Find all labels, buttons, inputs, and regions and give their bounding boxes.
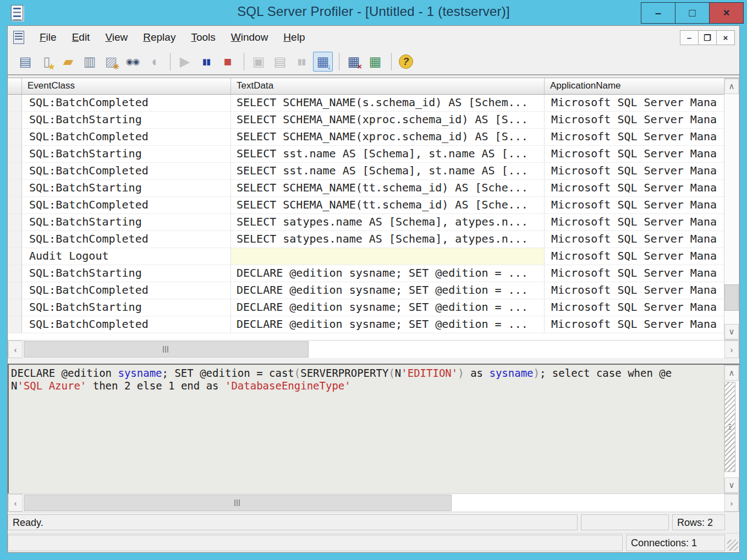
textdata-cell: SELECT satypes.name AS [Schema], atypes.… (231, 214, 545, 231)
properties-icon[interactable]: ▨✳ (101, 52, 121, 72)
row-selector-cell (8, 163, 22, 180)
table-row[interactable]: Audit LogoutMicrosoft SQL Server Mana (8, 248, 725, 265)
execute-one-step-icon[interactable]: ▣ (249, 52, 268, 72)
resize-grip[interactable] (727, 540, 738, 551)
scroll-left-icon: ‹ (14, 345, 17, 354)
new-trace-template-icon-badge: ★ (48, 63, 55, 70)
grid-hscroll-thumb[interactable] (24, 341, 309, 358)
rows-count: Rows: 2 (672, 514, 725, 530)
pane-splitter[interactable] (8, 358, 739, 364)
maximize-button[interactable]: □ (675, 2, 710, 24)
new-trace-icon[interactable]: ▤ (15, 52, 35, 72)
run-to-cursor-icon[interactable]: ▤ (270, 52, 290, 72)
applicationname-cell: Microsoft SQL Server Mana (545, 163, 725, 180)
textdata-cell: SELECT sst.name AS [Schema], st.name AS … (231, 146, 545, 163)
row-selector-cell (8, 265, 22, 282)
grid-vertical-scrollbar[interactable]: ∧ ∨ (724, 78, 739, 340)
menu-item-tools[interactable]: Tools (183, 28, 223, 47)
table-row[interactable]: SQL:BatchCompletedSELECT sst.name AS [Sc… (8, 163, 725, 180)
applicationname-cell: Microsoft SQL Server Mana (545, 231, 725, 248)
column-header-textdata[interactable]: TextData (231, 78, 545, 94)
scroll-down-button[interactable]: ∨ (724, 477, 739, 493)
auto-scroll-icon[interactable]: ▦↓ (313, 52, 333, 72)
toolbar-separator (391, 53, 392, 70)
table-row[interactable]: SQL:BatchCompletedSELECT satypes.name AS… (8, 231, 725, 248)
properties-icon-badge: ✳ (113, 63, 119, 70)
toggle-breakpoint-icon[interactable]: ▮▮ (292, 52, 311, 72)
row-selector-cell (8, 197, 22, 214)
sql-token: ( (388, 367, 394, 379)
connection-spacer-panel (8, 535, 623, 551)
applicationname-cell: Microsoft SQL Server Mana (545, 282, 725, 299)
sql-token: as (464, 367, 490, 379)
scroll-up-button[interactable]: ∧ (724, 365, 739, 381)
table-row[interactable]: SQL:BatchStartingSELECT satypes.name AS … (8, 214, 725, 231)
table-row[interactable]: SQL:BatchCompletedSELECT SCHEMA_NAME(xpr… (8, 129, 725, 146)
row-selector-cell (8, 129, 22, 146)
eventclass-cell: SQL:BatchStarting (22, 299, 231, 316)
menu-item-view[interactable]: View (97, 28, 135, 47)
grouped-view-icon[interactable]: ▦ (365, 52, 385, 72)
column-header-applicationname[interactable]: ApplicationName (545, 78, 725, 94)
scroll-up-icon: ∧ (729, 81, 735, 91)
detail-vscroll-thumb[interactable] (724, 382, 735, 472)
textdata-detail-pane[interactable]: DECLARE @edition sysname; SET @edition =… (8, 364, 739, 493)
menu-item-replay[interactable]: Replay (135, 28, 183, 47)
detail-horizontal-scrollbar[interactable]: ‹ › (8, 493, 739, 512)
scroll-left-button[interactable]: ‹ (8, 494, 23, 512)
trace-document-icon[interactable] (13, 31, 24, 44)
menu-item-window[interactable]: Window (223, 28, 276, 47)
new-trace-template-icon[interactable]: ▯★ (37, 52, 57, 72)
run-trace-icon[interactable]: ▶ (175, 52, 195, 72)
sql-token: 'SQL Azure' (17, 380, 86, 392)
applicationname-cell: Microsoft SQL Server Mana (545, 146, 725, 163)
close-button[interactable]: × (709, 2, 744, 24)
stop-trace-icon[interactable]: ■ (218, 52, 238, 72)
save-trace-icon[interactable]: ▥ (80, 52, 100, 72)
table-row[interactable]: SQL:BatchStartingDECLARE @edition sysnam… (8, 265, 725, 282)
clear-trace-icon[interactable]: ◖ (144, 52, 164, 72)
scroll-up-button[interactable]: ∧ (724, 79, 739, 94)
open-trace-file-icon[interactable]: ▰ (58, 52, 78, 72)
detail-vertical-scrollbar[interactable]: ∧ ∨ (724, 365, 739, 493)
table-row[interactable]: SQL:BatchStartingSELECT SCHEMA_NAME(xpro… (8, 112, 725, 129)
row-selector-cell (8, 248, 22, 265)
mdi-close-button[interactable]: × (716, 30, 735, 45)
table-row[interactable]: SQL:BatchCompletedDECLARE @edition sysna… (8, 282, 725, 299)
table-row[interactable]: SQL:BatchCompletedDECLARE @edition sysna… (8, 316, 725, 333)
menu-item-edit[interactable]: Edit (64, 28, 98, 47)
scroll-right-button[interactable]: › (724, 341, 739, 358)
table-row[interactable]: SQL:BatchStartingSELECT SCHEMA_NAME(tt.s… (8, 180, 725, 197)
connections-count: Connections: 1 (626, 535, 725, 551)
row-selector-cell (8, 299, 22, 316)
toolbar-separator (244, 53, 244, 70)
minimize-button[interactable]: – (641, 2, 675, 24)
menu-items: FileEditViewReplayToolsWindowHelp (32, 28, 312, 47)
mdi-restore-button[interactable]: ❐ (698, 30, 717, 45)
table-row[interactable]: SQL:BatchCompletedSELECT SCHEMA_NAME(tt.… (8, 197, 725, 214)
eventclass-cell: SQL:BatchCompleted (22, 282, 231, 299)
find-icon[interactable]: ◉◉ (123, 52, 142, 72)
row-selector-cell (8, 146, 22, 163)
textdata-cell: DECLARE @edition sysname; SET @edition =… (231, 265, 545, 282)
table-row[interactable]: SQL:BatchStartingDECLARE @edition sysnam… (8, 299, 725, 316)
table-row[interactable]: SQL:BatchCompletedSELECT SCHEMA_NAME(s.s… (8, 95, 725, 112)
mdi-minimize-button[interactable]: – (680, 30, 699, 45)
pause-trace-icon[interactable]: ▮▮ (196, 52, 216, 72)
column-header-eventclass[interactable]: EventClass (22, 78, 231, 94)
scroll-right-button[interactable]: › (724, 494, 739, 512)
help-icon[interactable]: ? (396, 52, 416, 72)
column-filter-icon[interactable]: ▦× (344, 52, 364, 72)
grid-vscroll-thumb[interactable] (724, 284, 739, 311)
textdata-cell: SELECT SCHEMA_NAME(s.schema_id) AS [Sche… (231, 95, 545, 112)
menu-item-file[interactable]: File (32, 28, 64, 47)
scroll-down-button[interactable]: ∨ (724, 324, 739, 339)
row-selector-cell (8, 231, 22, 248)
menu-item-help[interactable]: Help (276, 28, 312, 47)
execute-one-step-icon: ▣ (252, 54, 265, 69)
toolbar: ▤▯★▰▥▨✳◉◉◖▶▮▮■▣▤▮▮▦↓▦×▦? (8, 49, 739, 75)
detail-hscroll-thumb[interactable] (24, 495, 452, 511)
scroll-left-button[interactable]: ‹ (8, 341, 23, 358)
grid-horizontal-scrollbar[interactable]: ‹ › (8, 340, 739, 359)
table-row[interactable]: SQL:BatchStartingSELECT sst.name AS [Sch… (8, 146, 725, 163)
